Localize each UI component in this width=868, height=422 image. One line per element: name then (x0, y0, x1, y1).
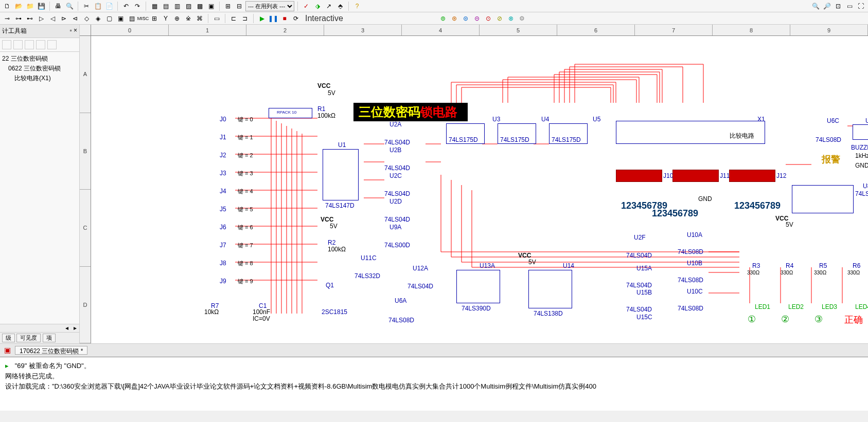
inst-7-icon[interactable]: ⊗ (506, 13, 516, 24)
zoom-area-icon[interactable]: ▭ (844, 1, 855, 11)
open-icon[interactable]: 📁 (25, 1, 35, 11)
copy-icon[interactable]: 📋 (93, 1, 103, 11)
stop-icon[interactable]: ■ (279, 13, 290, 24)
preview-icon[interactable]: 🔍 (64, 1, 75, 11)
tool-3-icon[interactable]: ▥ (172, 1, 182, 11)
comp-2-icon[interactable]: ⊶ (13, 13, 24, 24)
probe-1-icon[interactable]: ✓ (301, 1, 311, 11)
comp-3-icon[interactable]: ⊷ (25, 13, 35, 24)
comp-11-icon[interactable]: ▣ (115, 13, 126, 24)
tool-5-icon[interactable]: ▩ (194, 1, 205, 11)
sidebar-scrollbar[interactable]: ◂ ▸ (0, 324, 79, 332)
save-icon[interactable]: 💾 (36, 1, 46, 11)
u13a-component[interactable] (456, 270, 500, 303)
zoom-out-icon[interactable]: 🔎 (822, 1, 832, 11)
place-2-icon[interactable]: ⊏ (228, 13, 239, 24)
probe-4-icon[interactable]: ⬘ (335, 1, 345, 11)
inst-1-icon[interactable]: ⊚ (438, 13, 448, 24)
comp-9-icon[interactable]: ◈ (93, 13, 103, 24)
cut-icon[interactable]: ✂ (81, 1, 92, 11)
comp-misc-icon[interactable]: MISC (138, 13, 148, 24)
comp-12-icon[interactable]: ▤ (127, 13, 137, 24)
component-list-select[interactable]: --- 在用列表 --- (245, 1, 294, 11)
dip-j10[interactable] (616, 170, 662, 182)
tool-4-icon[interactable]: ▨ (183, 1, 193, 11)
led4-label[interactable]: LED4 (855, 303, 868, 310)
sb-tool-3-icon[interactable] (25, 40, 34, 49)
probe-2-icon[interactable]: ⬗ (312, 1, 323, 11)
new-file-icon[interactable]: 🗋 (2, 1, 12, 11)
tool-8-icon[interactable]: ⊟ (234, 1, 244, 11)
key-j8[interactable]: J8 (220, 260, 226, 267)
tool-7-icon[interactable]: ⊞ (223, 1, 233, 11)
open-file-icon[interactable]: 📂 (13, 1, 24, 11)
schematic-canvas[interactable]: 0 1 2 3 4 5 6 7 8 9 A B C D 三位数密码锁电路 (80, 25, 868, 343)
zoom-in-icon[interactable]: 🔍 (810, 1, 821, 11)
comp-16-icon[interactable]: ※ (183, 13, 193, 24)
inst-5-icon[interactable]: ⊙ (483, 13, 493, 24)
comp-14-icon[interactable]: Y (161, 13, 171, 24)
place-3-icon[interactable]: ⊐ (240, 13, 250, 24)
comp-4-icon[interactable]: ▷ (36, 13, 46, 24)
buzzer-component[interactable] (853, 124, 868, 140)
x1-component[interactable]: 比较电路 (616, 121, 765, 144)
inst-6-icon[interactable]: ⊘ (494, 13, 505, 24)
scroll-right-icon[interactable]: ▸ (71, 324, 79, 332)
u14-component[interactable] (528, 270, 572, 308)
comp-15-icon[interactable]: ⊕ (172, 13, 182, 24)
comp-17-icon[interactable]: ⌘ (194, 13, 205, 24)
key-j7[interactable]: J7 (220, 242, 226, 249)
comp-13-icon[interactable]: ⊞ (149, 13, 160, 24)
dip-j11[interactable] (672, 170, 719, 182)
print-icon[interactable]: 🖶 (53, 1, 63, 11)
led1-label[interactable]: LED1 (755, 303, 770, 310)
paste-icon[interactable]: 📄 (104, 1, 114, 11)
tool-1-icon[interactable]: ▦ (149, 1, 160, 11)
comp-6-icon[interactable]: ⊳ (59, 13, 69, 24)
key-j3[interactable]: J3 (220, 170, 226, 177)
key-j9[interactable]: J9 (220, 278, 226, 285)
place-1-icon[interactable]: ▭ (211, 13, 222, 24)
inst-4-icon[interactable]: ⊝ (472, 13, 482, 24)
key-j5[interactable]: J5 (220, 206, 226, 213)
u8-component[interactable] (792, 185, 854, 213)
fullscreen-icon[interactable]: ⛶ (856, 1, 866, 11)
tree-root[interactable]: 22 三位数密码锁 (2, 54, 77, 64)
comp-10-icon[interactable]: ▢ (104, 13, 114, 24)
sb-tool-2-icon[interactable] (13, 40, 23, 49)
sb-tool-5-icon[interactable] (47, 40, 57, 49)
schematic-area[interactable]: 三位数密码锁电路 (91, 36, 868, 343)
doc-tab-1[interactable]: 170622 三位数密码锁 * (15, 346, 87, 355)
sb-tool-1-icon[interactable] (2, 40, 11, 49)
tree-child-1[interactable]: 0622 三位数密码锁 (2, 64, 77, 74)
tab-project[interactable]: 项 (43, 334, 56, 342)
sidebar-controls[interactable]: ▫ × (69, 27, 77, 35)
undo-icon[interactable]: ↶ (121, 1, 131, 11)
key-j6[interactable]: J6 (220, 224, 226, 231)
tree-child-2[interactable]: 比较电路(X1) (2, 74, 77, 83)
comp-5-icon[interactable]: ◁ (47, 13, 58, 24)
scroll-left-icon[interactable]: ◂ (63, 324, 71, 332)
rpack-component[interactable]: RPACK 10 (269, 108, 312, 118)
key-j1[interactable]: J1 (220, 134, 226, 141)
key-j4[interactable]: J4 (220, 188, 226, 195)
inst-2-icon[interactable]: ⊛ (449, 13, 459, 24)
pause-icon[interactable]: ❚❚ (268, 13, 278, 24)
interactive-icon[interactable]: ⟳ (291, 13, 301, 24)
tool-6-icon[interactable]: ▣ (206, 1, 216, 11)
led2-label[interactable]: LED2 (788, 303, 804, 310)
run-icon[interactable]: ▶ (257, 13, 267, 24)
led3-label[interactable]: LED3 (822, 303, 837, 310)
zoom-fit-icon[interactable]: ⊡ (833, 1, 843, 11)
tab-visibility[interactable]: 可见度 (16, 334, 41, 342)
tool-2-icon[interactable]: ▤ (161, 1, 171, 11)
key-j2[interactable]: J2 (220, 152, 226, 159)
probe-3-icon[interactable]: ↗ (324, 1, 334, 11)
redo-icon[interactable]: ↷ (132, 1, 143, 11)
dip-j12[interactable] (729, 170, 775, 182)
comp-7-icon[interactable]: ⊲ (70, 13, 80, 24)
help-icon[interactable]: ? (352, 1, 362, 11)
sb-tool-4-icon[interactable] (36, 40, 45, 49)
inst-3-icon[interactable]: ⊜ (460, 13, 471, 24)
tab-level[interactable]: 级 (2, 334, 15, 342)
